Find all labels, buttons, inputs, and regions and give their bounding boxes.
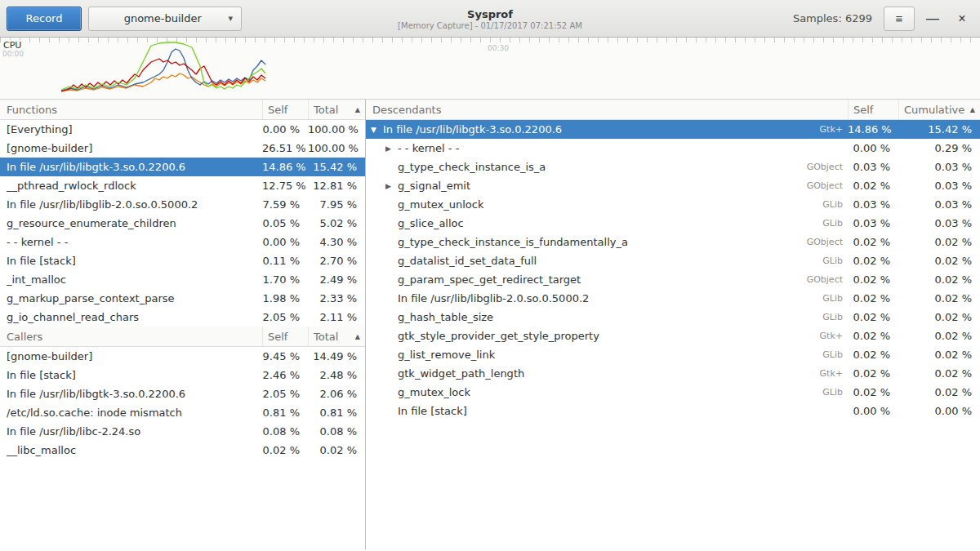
functions-column-header[interactable]: Functions bbox=[0, 100, 262, 119]
table-row[interactable]: gtk_widget_path_lengthGtk+0.02 %0.02 % bbox=[366, 364, 980, 383]
table-row[interactable]: g_list_remove_linkGLib0.02 %0.02 % bbox=[366, 345, 980, 364]
function-name: g_slice_alloc bbox=[398, 217, 464, 229]
total-percent: 2.70 % bbox=[308, 255, 365, 267]
descendant-name-cell: gtk_widget_path_length bbox=[366, 367, 787, 380]
table-row[interactable]: g_type_check_instance_is_aGObject0.03 %0… bbox=[366, 158, 980, 176]
process-selector-label: gnome-builder bbox=[97, 12, 228, 24]
functions-total-column-header[interactable]: Total ▲ bbox=[308, 100, 365, 119]
main-content: Functions Self Total ▲ [Everything]0.00 … bbox=[0, 100, 980, 549]
process-selector[interactable]: gnome-builder ▾ bbox=[88, 7, 242, 31]
expand-icon[interactable]: ▶ bbox=[385, 182, 398, 190]
table-row[interactable]: g_mutex_lockGLib0.02 %0.02 % bbox=[366, 383, 980, 402]
table-row[interactable]: ▶- - kernel - -0.00 %0.29 % bbox=[366, 139, 980, 158]
table-row[interactable]: g_io_channel_read_chars2.05 %2.11 % bbox=[0, 308, 365, 327]
self-percent: 0.11 % bbox=[262, 255, 308, 267]
function-name: g_mutex_unlock bbox=[398, 198, 483, 211]
functions-self-column-header[interactable]: Self bbox=[262, 100, 308, 119]
function-name: g_param_spec_get_redirect_target bbox=[398, 273, 581, 286]
table-row[interactable]: In file [stack]2.46 %2.48 % bbox=[0, 366, 365, 384]
descendant-name-cell: ▶g_signal_emit bbox=[366, 180, 787, 192]
function-name: In file /usr/lib/libc-2.24.so bbox=[0, 425, 262, 438]
callers-total-column-label: Total bbox=[314, 331, 338, 343]
window-subtitle: [Memory Capture] - 01/17/2017 07:21:52 A… bbox=[398, 20, 582, 29]
sysprof-window: Record gnome-builder ▾ Sysprof [Memory C… bbox=[0, 0, 980, 549]
hamburger-icon: ≡ bbox=[896, 11, 903, 25]
library-badge: GLib bbox=[787, 312, 848, 322]
table-row[interactable]: - - kernel - -0.00 %4.30 % bbox=[0, 233, 365, 251]
total-percent: 0.03 % bbox=[898, 217, 980, 229]
time-label-mid: 00:30 bbox=[488, 44, 509, 52]
table-row[interactable]: [gnome-builder]9.45 %14.49 % bbox=[0, 347, 365, 366]
self-percent: 0.02 % bbox=[848, 367, 898, 380]
total-percent: 5.02 % bbox=[308, 217, 365, 229]
function-name: - - kernel - - bbox=[0, 236, 262, 248]
table-row[interactable]: In file /usr/lib/libgtk-3.so.0.2200.614.… bbox=[0, 158, 365, 176]
table-row[interactable]: g_hash_table_sizeGLib0.02 %0.02 % bbox=[366, 308, 980, 327]
cpu-graph[interactable]: CPU 00:00 00:30 bbox=[0, 38, 980, 100]
library-badge: GObject bbox=[787, 162, 848, 172]
total-percent: 0.08 % bbox=[308, 425, 365, 438]
table-row[interactable]: In file [stack]0.00 %0.00 % bbox=[366, 402, 980, 420]
table-row[interactable]: /etc/ld.so.cache: inode mismatch0.81 %0.… bbox=[0, 403, 365, 422]
table-row[interactable]: ▶g_signal_emitGObject0.02 %0.03 % bbox=[366, 176, 980, 195]
total-percent: 2.49 % bbox=[308, 273, 365, 286]
descendant-name-cell: In file [stack] bbox=[366, 405, 787, 417]
total-percent: 15.42 % bbox=[308, 161, 365, 173]
table-row[interactable]: ▼In file /usr/lib/libgtk-3.so.0.2200.6Gt… bbox=[366, 120, 980, 139]
table-row[interactable]: g_markup_parse_context_parse1.98 %2.33 % bbox=[0, 289, 365, 308]
total-percent: 2.06 % bbox=[308, 388, 365, 400]
total-percent: 0.29 % bbox=[898, 142, 980, 154]
table-row[interactable]: g_param_spec_get_redirect_targetGObject0… bbox=[366, 270, 980, 289]
total-percent: 7.95 % bbox=[308, 198, 365, 211]
table-row[interactable]: g_resource_enumerate_children0.05 %5.02 … bbox=[0, 214, 365, 233]
function-name: [gnome-builder] bbox=[0, 142, 262, 154]
table-row[interactable]: g_mutex_unlockGLib0.03 %0.03 % bbox=[366, 195, 980, 214]
close-button[interactable]: × bbox=[951, 7, 973, 30]
total-percent: 0.02 % bbox=[898, 367, 980, 380]
functions-table: [Everything]0.00 %100.00 %[gnome-builder… bbox=[0, 120, 365, 327]
table-row[interactable]: In file /usr/lib/libglib-2.0.so.0.5000.2… bbox=[366, 289, 980, 308]
table-row[interactable]: g_slice_allocGLib0.03 %0.03 % bbox=[366, 214, 980, 233]
table-row[interactable]: In file /usr/lib/libgtk-3.so.0.2200.62.0… bbox=[0, 384, 365, 403]
table-row[interactable]: __libc_malloc0.02 %0.02 % bbox=[0, 441, 365, 460]
collapse-icon[interactable]: ▼ bbox=[371, 126, 383, 134]
function-name: In file [stack] bbox=[398, 405, 467, 417]
record-button[interactable]: Record bbox=[7, 7, 82, 31]
descendants-cumulative-column-header[interactable]: Cumulative ▲ bbox=[898, 100, 980, 119]
callers-self-column-header[interactable]: Self bbox=[262, 327, 308, 346]
expand-icon[interactable]: ▶ bbox=[385, 144, 398, 153]
self-percent: 12.75 % bbox=[262, 180, 308, 192]
descendants-column-header[interactable]: Descendants bbox=[366, 100, 787, 119]
self-percent: 0.03 % bbox=[848, 198, 898, 211]
headerbar: Record gnome-builder ▾ Sysprof [Memory C… bbox=[0, 0, 980, 38]
headerbar-left: Record gnome-builder ▾ bbox=[7, 7, 242, 31]
table-row[interactable]: g_type_check_instance_is_fundamentally_a… bbox=[366, 233, 980, 251]
descendants-self-column-header[interactable]: Self bbox=[848, 100, 898, 119]
library-badge: GLib bbox=[787, 199, 848, 210]
function-name: __libc_malloc bbox=[0, 444, 262, 456]
sort-indicator-icon: ▲ bbox=[970, 106, 975, 113]
table-row[interactable]: gtk_style_provider_get_style_propertyGtk… bbox=[366, 327, 980, 345]
function-name: g_markup_parse_context_parse bbox=[0, 292, 262, 304]
table-row[interactable]: [gnome-builder]26.51 %100.00 % bbox=[0, 139, 365, 158]
descendants-header: Descendants Self Cumulative ▲ bbox=[366, 100, 980, 120]
descendant-name-cell: g_param_spec_get_redirect_target bbox=[366, 273, 787, 286]
table-row[interactable]: In file /usr/lib/libglib-2.0.so.0.5000.2… bbox=[0, 195, 365, 214]
table-row[interactable]: [Everything]0.00 %100.00 % bbox=[0, 120, 365, 139]
table-row[interactable]: In file [stack]0.11 %2.70 % bbox=[0, 251, 365, 270]
total-percent: 0.02 % bbox=[898, 349, 980, 361]
table-row[interactable]: __pthread_rwlock_rdlock12.75 %12.81 % bbox=[0, 176, 365, 195]
self-percent: 9.45 % bbox=[262, 350, 308, 362]
total-percent: 2.48 % bbox=[308, 369, 365, 381]
menu-button[interactable]: ≡ bbox=[884, 7, 915, 31]
self-percent: 0.00 % bbox=[262, 236, 308, 248]
callers-column-header[interactable]: Callers bbox=[0, 327, 262, 346]
table-row[interactable]: g_datalist_id_set_data_fullGLib0.02 %0.0… bbox=[366, 251, 980, 270]
descendant-name-cell: In file /usr/lib/libglib-2.0.so.0.5000.2 bbox=[366, 292, 787, 304]
descendant-name-cell: g_mutex_unlock bbox=[366, 198, 787, 211]
function-name: __pthread_rwlock_rdlock bbox=[0, 180, 262, 192]
table-row[interactable]: In file /usr/lib/libc-2.24.so0.08 %0.08 … bbox=[0, 422, 365, 441]
callers-total-column-header[interactable]: Total ▲ bbox=[308, 327, 365, 346]
table-row[interactable]: _int_malloc1.70 %2.49 % bbox=[0, 270, 365, 289]
minimize-button[interactable]: — bbox=[921, 7, 944, 30]
